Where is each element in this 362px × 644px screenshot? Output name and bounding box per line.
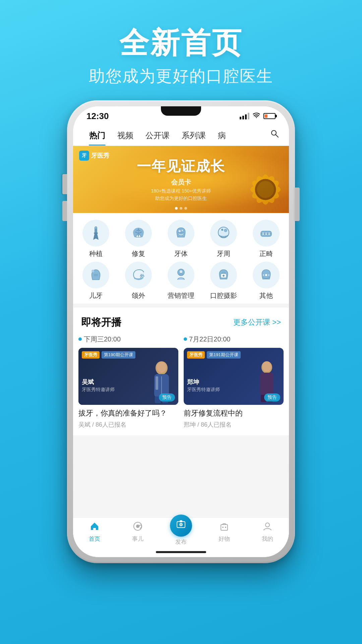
more-courses-link[interactable]: 更多公开课 >> xyxy=(233,317,281,327)
category-implant[interactable]: 种植 xyxy=(76,220,116,258)
category-oral-photo[interactable]: 口腔摄影 xyxy=(204,262,243,300)
live-dot-1 xyxy=(78,337,82,341)
banner-logo: 牙 牙医秀 xyxy=(79,151,109,161)
svg-point-45 xyxy=(157,362,166,373)
sunflower-decoration xyxy=(235,159,289,213)
category-repair[interactable]: 修复 xyxy=(119,220,158,258)
publish-button[interactable] xyxy=(170,515,192,537)
svg-line-1 xyxy=(276,135,279,138)
card2-info: 郑坤 牙医秀特邀讲师 xyxy=(187,378,220,393)
live-time-1: 下周三20:00 xyxy=(78,335,178,344)
svg-point-62 xyxy=(265,523,269,527)
card1-brand-badge: 牙医秀 xyxy=(82,351,100,359)
card2-speaker-role: 牙医秀特邀讲师 xyxy=(187,387,220,393)
svg-point-39 xyxy=(263,274,264,276)
search-icon[interactable] xyxy=(270,129,279,140)
nav-profile-label: 我的 xyxy=(262,535,273,543)
nav-home[interactable]: 首页 xyxy=(73,521,116,546)
battery-icon xyxy=(263,113,276,119)
live-time-row: 下周三20:00 7月22日20:00 xyxy=(73,333,289,348)
category-children-tooth[interactable]: 儿牙 xyxy=(76,262,116,300)
card1-info: 吴斌 牙医秀特邀讲师 xyxy=(82,378,115,393)
nav-profile[interactable]: 我的 xyxy=(246,521,289,546)
tab-disease[interactable]: 病 xyxy=(212,124,232,146)
card1-preview-badge: 预告 xyxy=(159,393,175,401)
banner-title: 一年见证成长 xyxy=(137,157,225,176)
hero-section: 全新首页 助您成为更好的口腔医生 xyxy=(0,0,362,100)
nav-publish[interactable]: 发布 xyxy=(160,521,203,546)
hero-subtitle: 助您成为更好的口腔医生 xyxy=(0,65,362,87)
category-other[interactable]: 其他 xyxy=(246,262,286,300)
brand-name: 牙医秀 xyxy=(91,152,109,160)
category-label-implant: 种植 xyxy=(89,249,103,258)
category-label-jaw: 颌外 xyxy=(132,291,145,300)
card2-title: 前牙修复流程中的 xyxy=(184,408,284,419)
category-label-tooth-body: 牙体 xyxy=(174,249,188,258)
svg-rect-59 xyxy=(221,525,228,530)
svg-point-37 xyxy=(223,275,225,277)
card2-speaker-name: 郑坤 xyxy=(187,378,220,386)
live-time-2: 7月22日20:00 xyxy=(184,335,284,344)
card1-badges: 牙医秀 第190期公开课 xyxy=(82,351,135,359)
card2-brand-badge: 牙医秀 xyxy=(187,351,205,359)
banner[interactable]: 牙 牙医秀 一年见证成长 会员卡 180+甄选课程 150+优秀讲师 助您成为更… xyxy=(73,146,289,213)
user-icon xyxy=(262,521,273,534)
svg-point-21 xyxy=(182,230,183,231)
nav-events[interactable]: 事儿 xyxy=(116,521,160,546)
home-bar xyxy=(156,551,206,553)
svg-point-33 xyxy=(180,270,182,273)
card1-title: 拔牙，你真的准备好了吗？ xyxy=(78,408,178,419)
category-label-repair: 修复 xyxy=(132,249,145,258)
category-label-periodont: 牙周 xyxy=(217,249,230,258)
card2-preview-badge: 预告 xyxy=(264,393,280,401)
category-tooth-body[interactable]: 牙体 xyxy=(162,220,201,258)
orthodont-icon xyxy=(253,220,280,247)
jaw-surgery-icon: 外 xyxy=(125,262,152,288)
tab-hot[interactable]: 热门 xyxy=(83,124,111,146)
category-marketing[interactable]: 营销管理 xyxy=(162,262,201,300)
upcoming-section-header: 即将开播 更多公开课 >> xyxy=(73,308,289,333)
banner-content: 一年见证成长 会员卡 180+甄选课程 150+优秀讲师 助您成为更好的口腔医生 xyxy=(137,157,225,202)
tooth-body-icon xyxy=(168,220,194,247)
children-tooth-icon xyxy=(82,262,109,288)
svg-point-61 xyxy=(225,527,226,528)
brand-icon: 牙 xyxy=(79,151,89,161)
shop-icon xyxy=(219,521,229,534)
scroll-content[interactable]: 牙 牙医秀 一年见证成长 会员卡 180+甄选课程 150+优秀讲师 助您成为更… xyxy=(73,146,289,518)
svg-point-50 xyxy=(262,362,271,372)
category-label-orthodont: 正畸 xyxy=(259,249,273,258)
live-card-2[interactable]: 牙医秀 第191期公开课 xyxy=(184,348,284,429)
category-grid: 种植 修复 牙体 xyxy=(73,213,289,304)
svg-text:外: 外 xyxy=(139,273,145,279)
phone-shell: 12:30 热门 视频 xyxy=(67,100,295,563)
svg-point-30 xyxy=(92,270,94,272)
category-orthodont[interactable]: 正畸 xyxy=(246,220,286,258)
svg-rect-17 xyxy=(94,232,98,234)
publish-icon xyxy=(176,519,186,532)
category-label-children: 儿牙 xyxy=(89,291,103,300)
status-time: 12:30 xyxy=(86,111,109,121)
svg-point-24 xyxy=(221,229,223,231)
category-jaw-surgery[interactable]: 外 颌外 xyxy=(119,262,158,300)
notch-inner xyxy=(161,106,201,116)
nav-publish-label: 发布 xyxy=(175,538,187,546)
bottom-nav: 首页 事儿 发布 xyxy=(73,518,289,548)
phone-screen: 12:30 热门 视频 xyxy=(73,106,289,557)
svg-point-18 xyxy=(95,227,97,229)
implant-icon xyxy=(82,220,109,247)
tab-series-course[interactable]: 系列课 xyxy=(176,124,212,146)
svg-point-15 xyxy=(257,181,274,198)
tab-public-course[interactable]: 公开课 xyxy=(139,124,176,146)
banner-desc1: 180+甄选课程 150+优秀讲师 xyxy=(137,188,225,194)
nav-shop[interactable]: 好物 xyxy=(202,521,246,546)
nav-home-label: 首页 xyxy=(89,535,100,543)
tab-video[interactable]: 视频 xyxy=(111,124,139,146)
category-periodont[interactable]: 牙周 xyxy=(204,220,243,258)
svg-rect-43 xyxy=(156,376,158,390)
live-card-1[interactable]: 牙医秀 第190期公开课 xyxy=(78,348,178,429)
card1-ep-badge: 第190期公开课 xyxy=(102,351,135,359)
category-label-marketing: 营销管理 xyxy=(168,291,194,300)
upcoming-title: 即将开播 xyxy=(81,316,121,329)
signal-icon xyxy=(240,113,249,119)
periodont-icon xyxy=(210,220,237,247)
